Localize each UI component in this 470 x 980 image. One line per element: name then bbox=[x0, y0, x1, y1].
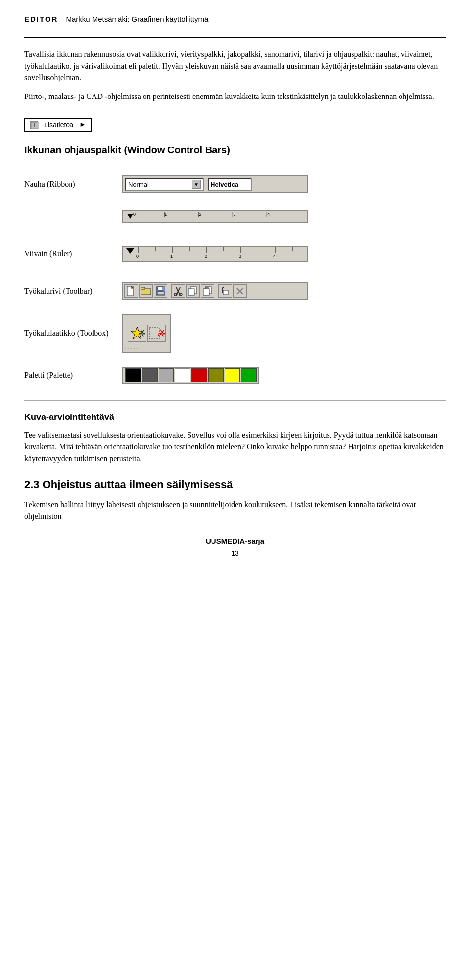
toolbar-visual bbox=[122, 282, 446, 300]
ribbon-row: Nauha (Ribbon) Normal ▼ Helvetica bbox=[24, 170, 446, 199]
toolbox-box: · · · · · bbox=[122, 314, 171, 353]
ruler-tick-3: |3 bbox=[232, 212, 235, 217]
toolbox-item-1[interactable] bbox=[128, 325, 146, 342]
toolbar-bar bbox=[122, 282, 308, 300]
ruler-tick-2: |2 bbox=[198, 212, 201, 217]
toolbar-btn-save[interactable] bbox=[154, 284, 167, 298]
swatch-lightgray[interactable] bbox=[159, 368, 174, 382]
ribbon-font-value: Helvetica bbox=[211, 181, 238, 188]
toolbar-btn-paste[interactable] bbox=[201, 284, 214, 298]
toolbox-row: Työkalulaatikko (Toolbox) bbox=[24, 314, 446, 353]
toolbar-btn-copy[interactable] bbox=[186, 284, 200, 298]
svg-text:1: 1 bbox=[170, 254, 173, 259]
ikkunan-heading: Ikkunan ohjauspalkit (Window Control Bar… bbox=[24, 145, 446, 156]
lisatietoa-label: Lisätietoa bbox=[44, 121, 73, 129]
swatch-white[interactable] bbox=[175, 368, 190, 382]
svg-text:0: 0 bbox=[136, 254, 139, 259]
palette-bar bbox=[122, 367, 259, 384]
ruler-bar: 0 1 2 3 4 bbox=[122, 246, 308, 262]
svg-rect-33 bbox=[203, 289, 209, 295]
palette-visual bbox=[122, 367, 446, 384]
lisatietoa-box[interactable]: i Lisätietoa ► bbox=[24, 118, 92, 132]
section-2-3-heading: 2.3 Ohjeistus auttaa ilmeen säilymisessä bbox=[24, 478, 446, 491]
lisatietoa-icon: i bbox=[30, 121, 38, 129]
ruler-marker bbox=[127, 214, 133, 219]
ruler-tick-0: 0 bbox=[133, 212, 136, 217]
svg-text:4: 4 bbox=[273, 254, 276, 259]
footer-series: UUSMEDIA-sarja bbox=[24, 537, 446, 545]
swatch-olive[interactable] bbox=[208, 368, 224, 382]
paragraph-2: Piirto-, maalaus- ja CAD -ohjelmissa on … bbox=[24, 91, 446, 102]
svg-rect-34 bbox=[206, 287, 208, 289]
svg-rect-43 bbox=[149, 328, 159, 339]
swatch-green[interactable] bbox=[241, 368, 257, 382]
svg-rect-24 bbox=[158, 287, 163, 290]
svg-text:3: 3 bbox=[239, 254, 241, 259]
page-header: EDITOR Markku Metsämäki: Graafinen käytt… bbox=[24, 15, 446, 23]
toolbar-btn-cut[interactable] bbox=[171, 284, 185, 298]
toolbar-label: Työkalurivi (Toolbar) bbox=[24, 287, 122, 295]
ribbon-dropdown-value: Normal bbox=[128, 181, 149, 188]
section-2-3-text: Tekemisen hallinta liittyy läheisesti oh… bbox=[24, 499, 446, 522]
svg-rect-21 bbox=[141, 289, 151, 295]
ruler-tick-4: |4 bbox=[266, 212, 270, 217]
swatch-red[interactable] bbox=[191, 368, 207, 382]
svg-point-46 bbox=[158, 333, 161, 336]
palette-label: Paletti (Palette) bbox=[24, 371, 122, 380]
ribbon-label: Nauha (Ribbon) bbox=[24, 180, 122, 189]
svg-marker-38 bbox=[131, 327, 143, 339]
header-divider bbox=[24, 37, 446, 38]
svg-rect-22 bbox=[141, 287, 145, 289]
ribbon-visual: Normal ▼ Helvetica bbox=[122, 175, 446, 193]
toolbar-btn-new[interactable] bbox=[124, 284, 138, 298]
footer-page: 13 bbox=[24, 549, 446, 557]
editor-label: EDITOR bbox=[24, 15, 58, 23]
toolbar-btn-undo[interactable] bbox=[218, 284, 232, 298]
lisatietoa-arrow: ► bbox=[79, 121, 86, 129]
ribbon-ruler: 0 |1 |2 |3 |4 bbox=[122, 210, 308, 223]
swatch-darkgray[interactable] bbox=[142, 368, 158, 382]
ribbon-dropdown[interactable]: Normal ▼ bbox=[125, 178, 204, 191]
palette-row: Paletti (Palette) bbox=[24, 361, 446, 390]
ruler-svg: 0 1 2 3 4 bbox=[123, 247, 307, 261]
svg-rect-35 bbox=[223, 290, 228, 295]
toolbox-label: Työkalulaatikko (Toolbox) bbox=[24, 329, 122, 338]
ribbon-ruler-row: 0 |1 |2 |3 |4 bbox=[24, 202, 446, 231]
toolbox-visual: · · · · · bbox=[122, 314, 446, 353]
ribbon-bar: Normal ▼ Helvetica bbox=[122, 175, 308, 193]
ruler-row: Viivain (Ruler) 0 1 2 3 4 bbox=[24, 239, 446, 269]
ruler-content: 0 |1 |2 |3 |4 bbox=[123, 211, 307, 222]
ribbon-font[interactable]: Helvetica bbox=[208, 178, 252, 191]
svg-rect-25 bbox=[157, 292, 164, 295]
toolbox-item-2[interactable] bbox=[147, 325, 166, 342]
header-title: Markku Metsämäki: Graafinen käyttöliitty… bbox=[66, 15, 208, 23]
toolbox-dotted: · · · · · bbox=[125, 346, 139, 351]
ribbon-dropdown-arrow[interactable]: ▼ bbox=[192, 180, 201, 189]
ruler-label: Viivain (Ruler) bbox=[24, 249, 122, 258]
section-divider bbox=[24, 400, 446, 401]
toolbar-row: Työkalurivi (Toolbar) bbox=[24, 276, 446, 306]
kuva-text: Tee valitsemastasi sovelluksesta orienta… bbox=[24, 429, 446, 465]
svg-rect-2 bbox=[123, 247, 307, 261]
kuva-heading: Kuva-arviointitehtävä bbox=[24, 412, 446, 422]
svg-text:2: 2 bbox=[205, 254, 207, 259]
swatch-yellow[interactable] bbox=[225, 368, 240, 382]
paragraph-1: Tavallisia ikkunan rakennusosia ovat val… bbox=[24, 49, 446, 84]
toolbar-btn-close[interactable] bbox=[233, 284, 247, 298]
ribbon-ruler-visual: 0 |1 |2 |3 |4 bbox=[122, 210, 446, 223]
ruler-tick-1: |1 bbox=[164, 212, 167, 217]
svg-rect-31 bbox=[188, 289, 194, 295]
toolbar-btn-open[interactable] bbox=[139, 284, 153, 298]
swatch-black[interactable] bbox=[125, 368, 141, 382]
ruler-visual: 0 1 2 3 4 bbox=[122, 246, 446, 262]
svg-text:i: i bbox=[34, 122, 35, 128]
